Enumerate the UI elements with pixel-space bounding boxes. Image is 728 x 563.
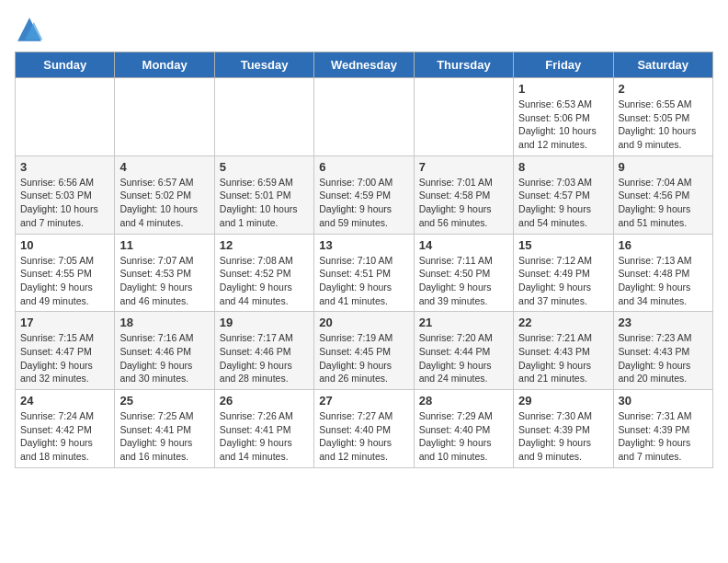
day-info: Sunrise: 6:53 AM Sunset: 5:06 PM Dayligh… bbox=[518, 98, 608, 152]
day-number: 7 bbox=[419, 160, 508, 174]
day-info: Sunrise: 7:29 AM Sunset: 4:40 PM Dayligh… bbox=[419, 409, 508, 464]
day-number: 28 bbox=[419, 394, 508, 408]
day-info: Sunrise: 7:31 AM Sunset: 4:39 PM Dayligh… bbox=[619, 409, 708, 464]
calendar-cell: 29Sunrise: 7:30 AM Sunset: 4:39 PM Dayli… bbox=[514, 390, 613, 468]
day-info: Sunrise: 7:17 AM Sunset: 4:46 PM Dayligh… bbox=[220, 331, 309, 385]
day-info: Sunrise: 7:08 AM Sunset: 4:52 PM Dayligh… bbox=[220, 254, 309, 308]
calendar-cell: 25Sunrise: 7:25 AM Sunset: 4:41 PM Dayli… bbox=[115, 390, 214, 468]
day-number: 3 bbox=[20, 160, 109, 174]
calendar-cell bbox=[314, 78, 414, 156]
calendar-cell: 24Sunrise: 7:24 AM Sunset: 4:42 PM Dayli… bbox=[16, 390, 115, 468]
weekday-header-tuesday: Tuesday bbox=[214, 52, 313, 78]
day-number: 14 bbox=[419, 238, 508, 252]
day-info: Sunrise: 7:24 AM Sunset: 4:42 PM Dayligh… bbox=[20, 409, 109, 464]
logo-icon bbox=[15, 15, 44, 44]
calendar-cell: 27Sunrise: 7:27 AM Sunset: 4:40 PM Dayli… bbox=[314, 390, 414, 468]
day-info: Sunrise: 6:59 AM Sunset: 5:01 PM Dayligh… bbox=[220, 176, 309, 230]
calendar-cell: 30Sunrise: 7:31 AM Sunset: 4:39 PM Dayli… bbox=[613, 390, 712, 468]
calendar-cell: 2Sunrise: 6:55 AM Sunset: 5:05 PM Daylig… bbox=[613, 78, 712, 156]
day-info: Sunrise: 7:16 AM Sunset: 4:46 PM Dayligh… bbox=[119, 331, 209, 385]
calendar-week-row: 3Sunrise: 6:56 AM Sunset: 5:03 PM Daylig… bbox=[16, 155, 713, 234]
calendar-cell: 28Sunrise: 7:29 AM Sunset: 4:40 PM Dayli… bbox=[414, 390, 513, 468]
day-number: 18 bbox=[119, 316, 209, 329]
day-info: Sunrise: 6:57 AM Sunset: 5:02 PM Dayligh… bbox=[119, 176, 209, 230]
day-info: Sunrise: 7:26 AM Sunset: 4:41 PM Dayligh… bbox=[220, 409, 309, 464]
weekday-header-wednesday: Wednesday bbox=[314, 52, 414, 78]
calendar-cell: 13Sunrise: 7:10 AM Sunset: 4:51 PM Dayli… bbox=[314, 234, 414, 312]
calendar-week-row: 1Sunrise: 6:53 AM Sunset: 5:06 PM Daylig… bbox=[16, 78, 713, 156]
calendar-cell: 19Sunrise: 7:17 AM Sunset: 4:46 PM Dayli… bbox=[214, 312, 313, 390]
calendar-cell: 3Sunrise: 6:56 AM Sunset: 5:03 PM Daylig… bbox=[16, 155, 115, 234]
calendar-cell: 16Sunrise: 7:13 AM Sunset: 4:48 PM Dayli… bbox=[613, 234, 712, 312]
day-number: 4 bbox=[119, 160, 209, 174]
calendar-week-row: 24Sunrise: 7:24 AM Sunset: 4:42 PM Dayli… bbox=[16, 390, 713, 468]
day-number: 26 bbox=[220, 394, 309, 408]
weekday-header-monday: Monday bbox=[115, 52, 214, 78]
day-info: Sunrise: 6:55 AM Sunset: 5:05 PM Dayligh… bbox=[619, 98, 708, 152]
calendar-cell: 10Sunrise: 7:05 AM Sunset: 4:55 PM Dayli… bbox=[16, 234, 115, 312]
day-info: Sunrise: 7:12 AM Sunset: 4:49 PM Dayligh… bbox=[518, 254, 608, 308]
day-number: 15 bbox=[518, 238, 608, 252]
calendar-cell: 15Sunrise: 7:12 AM Sunset: 4:49 PM Dayli… bbox=[514, 234, 613, 312]
day-info: Sunrise: 7:13 AM Sunset: 4:48 PM Dayligh… bbox=[619, 254, 708, 308]
day-info: Sunrise: 7:11 AM Sunset: 4:50 PM Dayligh… bbox=[419, 254, 508, 308]
weekday-header-row: SundayMondayTuesdayWednesdayThursdayFrid… bbox=[16, 52, 713, 78]
day-info: Sunrise: 7:04 AM Sunset: 4:56 PM Dayligh… bbox=[619, 176, 708, 230]
weekday-header-thursday: Thursday bbox=[414, 52, 513, 78]
day-info: Sunrise: 7:27 AM Sunset: 4:40 PM Dayligh… bbox=[319, 409, 408, 464]
day-number: 22 bbox=[518, 316, 608, 329]
calendar-cell bbox=[115, 78, 214, 156]
day-info: Sunrise: 7:05 AM Sunset: 4:55 PM Dayligh… bbox=[20, 254, 109, 308]
day-number: 8 bbox=[518, 160, 608, 174]
weekday-header-sunday: Sunday bbox=[16, 52, 115, 78]
calendar-table: SundayMondayTuesdayWednesdayThursdayFrid… bbox=[15, 52, 713, 468]
calendar-cell: 21Sunrise: 7:20 AM Sunset: 4:44 PM Dayli… bbox=[414, 312, 513, 390]
day-info: Sunrise: 6:56 AM Sunset: 5:03 PM Dayligh… bbox=[20, 176, 109, 230]
page-header bbox=[15, 15, 713, 44]
day-number: 20 bbox=[319, 316, 408, 329]
day-info: Sunrise: 7:00 AM Sunset: 4:59 PM Dayligh… bbox=[319, 176, 408, 230]
day-info: Sunrise: 7:30 AM Sunset: 4:39 PM Dayligh… bbox=[518, 409, 608, 464]
day-number: 24 bbox=[20, 394, 109, 408]
day-number: 9 bbox=[619, 160, 708, 174]
calendar-cell: 5Sunrise: 6:59 AM Sunset: 5:01 PM Daylig… bbox=[214, 155, 313, 234]
day-number: 23 bbox=[619, 316, 708, 329]
calendar-cell: 4Sunrise: 6:57 AM Sunset: 5:02 PM Daylig… bbox=[115, 155, 214, 234]
calendar-cell: 12Sunrise: 7:08 AM Sunset: 4:52 PM Dayli… bbox=[214, 234, 313, 312]
weekday-header-saturday: Saturday bbox=[613, 52, 712, 78]
day-info: Sunrise: 7:07 AM Sunset: 4:53 PM Dayligh… bbox=[119, 254, 209, 308]
calendar-cell bbox=[214, 78, 313, 156]
day-info: Sunrise: 7:25 AM Sunset: 4:41 PM Dayligh… bbox=[119, 409, 209, 464]
day-info: Sunrise: 7:10 AM Sunset: 4:51 PM Dayligh… bbox=[319, 254, 408, 308]
day-number: 29 bbox=[518, 394, 608, 408]
day-number: 1 bbox=[518, 82, 608, 96]
day-info: Sunrise: 7:21 AM Sunset: 4:43 PM Dayligh… bbox=[518, 331, 608, 385]
calendar-cell bbox=[16, 78, 115, 156]
day-number: 10 bbox=[20, 238, 109, 252]
calendar-cell: 22Sunrise: 7:21 AM Sunset: 4:43 PM Dayli… bbox=[514, 312, 613, 390]
day-number: 25 bbox=[119, 394, 209, 408]
day-info: Sunrise: 7:15 AM Sunset: 4:47 PM Dayligh… bbox=[20, 331, 109, 385]
calendar-cell: 17Sunrise: 7:15 AM Sunset: 4:47 PM Dayli… bbox=[16, 312, 115, 390]
calendar-cell: 9Sunrise: 7:04 AM Sunset: 4:56 PM Daylig… bbox=[613, 155, 712, 234]
day-info: Sunrise: 7:03 AM Sunset: 4:57 PM Dayligh… bbox=[518, 176, 608, 230]
calendar-cell bbox=[414, 78, 513, 156]
day-number: 21 bbox=[419, 316, 508, 329]
logo bbox=[15, 15, 48, 44]
day-info: Sunrise: 7:23 AM Sunset: 4:43 PM Dayligh… bbox=[619, 331, 708, 385]
day-info: Sunrise: 7:19 AM Sunset: 4:45 PM Dayligh… bbox=[319, 331, 408, 385]
day-number: 19 bbox=[220, 316, 309, 329]
day-info: Sunrise: 7:01 AM Sunset: 4:58 PM Dayligh… bbox=[419, 176, 508, 230]
weekday-header-friday: Friday bbox=[514, 52, 613, 78]
day-number: 2 bbox=[619, 82, 708, 96]
day-number: 6 bbox=[319, 160, 408, 174]
calendar-cell: 8Sunrise: 7:03 AM Sunset: 4:57 PM Daylig… bbox=[514, 155, 613, 234]
day-info: Sunrise: 7:20 AM Sunset: 4:44 PM Dayligh… bbox=[419, 331, 508, 385]
calendar-cell: 7Sunrise: 7:01 AM Sunset: 4:58 PM Daylig… bbox=[414, 155, 513, 234]
calendar-cell: 18Sunrise: 7:16 AM Sunset: 4:46 PM Dayli… bbox=[115, 312, 214, 390]
day-number: 17 bbox=[20, 316, 109, 329]
calendar-cell: 1Sunrise: 6:53 AM Sunset: 5:06 PM Daylig… bbox=[514, 78, 613, 156]
calendar-cell: 6Sunrise: 7:00 AM Sunset: 4:59 PM Daylig… bbox=[314, 155, 414, 234]
calendar-cell: 20Sunrise: 7:19 AM Sunset: 4:45 PM Dayli… bbox=[314, 312, 414, 390]
day-number: 12 bbox=[220, 238, 309, 252]
